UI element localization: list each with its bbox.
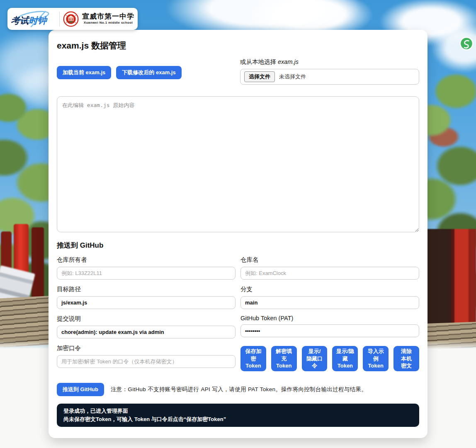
- top-action-row: 加载当前 exam.js 下载修改后的 exam.js 或从本地选择exam.j…: [57, 58, 419, 85]
- page-title: exam.js 数据管理: [57, 40, 419, 51]
- file-picker-label: 或从本地选择exam.js: [240, 58, 419, 66]
- svg-text:考试时钟: 考试时钟: [11, 15, 48, 26]
- branch-input[interactable]: [240, 296, 419, 309]
- logo-divider: [59, 12, 60, 27]
- status-console: 登录成功，已进入管理界面 尚未保存密文Token，可输入 Token 与口令后点…: [57, 404, 419, 427]
- exam-clock-logo: 考试时钟: [11, 10, 56, 29]
- file-input[interactable]: 选择文件 未选择文件: [240, 69, 419, 85]
- toggle-token-button[interactable]: 显示/隐 藏 Token: [332, 346, 358, 371]
- file-picker-label-prefix: 或从本地选择: [240, 58, 276, 65]
- exam-admin-card: exam.js 数据管理 加载当前 exam.js 下载修改后的 exam.js…: [49, 30, 427, 438]
- save-encrypted-token-button[interactable]: 保存加 密 Token: [240, 346, 266, 371]
- repo-fields-grid: 仓库所有者 仓库名 目标路径 分支 提交说明 GitHub Token (PAT…: [57, 250, 419, 371]
- branch-label: 分支: [240, 285, 419, 293]
- repo-label: 仓库名: [240, 256, 419, 264]
- commit-message-field: 提交说明: [57, 315, 236, 338]
- push-to-github-button[interactable]: 推送到 GitHub: [57, 383, 104, 396]
- token-field: GitHub Token (PAT): [240, 315, 419, 338]
- repo-field: 仓库名: [240, 256, 419, 280]
- passphrase-field: 加密口令: [57, 344, 236, 371]
- repo-input[interactable]: [240, 267, 419, 280]
- token-input[interactable]: [240, 324, 419, 337]
- path-field: 目标路径: [57, 285, 236, 309]
- status-line-1: 登录成功，已进入管理界面: [63, 407, 413, 415]
- file-picker-label-filename: exam.js: [278, 58, 299, 65]
- school-name-cn: 宣威市第一中学: [82, 13, 134, 21]
- choose-file-button[interactable]: 选择文件: [244, 71, 275, 82]
- passphrase-input[interactable]: [57, 355, 236, 368]
- school-emblem-icon: [63, 10, 79, 28]
- download-exam-button[interactable]: 下载修改后的 exam.js: [116, 66, 181, 79]
- import-sample-token-button[interactable]: 导入示 例 Token: [363, 346, 389, 371]
- owner-label: 仓库所有者: [57, 256, 236, 264]
- status-line-2: 尚未保存密文Token，可输入 Token 与口令后点击“保存加密Token”: [63, 415, 413, 424]
- green-s-icon: [459, 37, 474, 51]
- path-label: 目标路径: [57, 285, 236, 293]
- load-exam-button[interactable]: 加载当前 exam.js: [57, 66, 111, 79]
- push-section-heading: 推送到 GitHub: [57, 241, 419, 250]
- push-note: 注意：GitHub 不支持账号密码进行 API 写入，请使用 PAT Token…: [111, 386, 367, 393]
- decrypt-fill-token-button[interactable]: 解密填 充 Token: [271, 346, 297, 371]
- file-chosen-status: 未选择文件: [279, 73, 306, 80]
- push-row: 推送到 GitHub 注意：GitHub 不支持账号密码进行 API 写入，请使…: [57, 383, 419, 396]
- path-input[interactable]: [57, 296, 236, 309]
- temple-door: [427, 229, 476, 325]
- token-label: GitHub Token (PAT): [240, 315, 419, 321]
- school-name-en: Xuanwei No.1 middle school: [84, 21, 133, 25]
- green-s-badge[interactable]: [459, 37, 474, 51]
- red-pillar: [32, 227, 44, 305]
- commit-message-input[interactable]: [57, 326, 236, 338]
- branch-field: 分支: [240, 285, 419, 309]
- token-actions: 保存加 密 Token 解密填 充 Token 显示/ 隐藏口 令 显示/隐 藏…: [240, 346, 419, 371]
- load-download-buttons: 加载当前 exam.js 下载修改后的 exam.js: [57, 66, 182, 85]
- owner-field: 仓库所有者: [57, 256, 236, 280]
- owner-input[interactable]: [57, 267, 236, 280]
- commit-message-label: 提交说明: [57, 315, 236, 323]
- clear-local-cipher-button[interactable]: 清除 本机 密文: [393, 346, 419, 371]
- header-logo-bar: 考试时钟 宣威市第一中学 Xuanwei No.1 middle school: [7, 8, 138, 30]
- school-title: 宣威市第一中学 Xuanwei No.1 middle school: [82, 13, 134, 25]
- toggle-passphrase-button[interactable]: 显示/ 隐藏口 令: [302, 346, 328, 371]
- local-file-picker: 或从本地选择exam.js 选择文件 未选择文件: [240, 58, 419, 85]
- passphrase-label: 加密口令: [57, 344, 236, 352]
- exam-js-editor-textarea[interactable]: [57, 96, 419, 232]
